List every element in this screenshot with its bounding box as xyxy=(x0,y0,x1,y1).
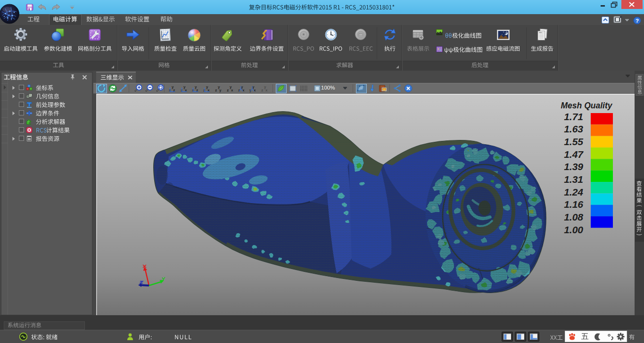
svg-text:y: y xyxy=(241,85,243,89)
svg-text:z y: z y xyxy=(215,89,222,92)
svg-text:z x: z x xyxy=(261,89,268,92)
svg-text:1.00: 1.00 xyxy=(564,224,583,235)
svg-text:y: y xyxy=(172,85,174,89)
svg-text:?: ? xyxy=(636,18,639,24)
svg-text:y: y xyxy=(206,85,208,89)
svg-text:1.16: 1.16 xyxy=(564,199,583,210)
svg-text:y: y xyxy=(195,85,197,89)
svg-text:1.08: 1.08 xyxy=(564,212,583,222)
svg-text:1.55: 1.55 xyxy=(564,136,583,147)
svg-text:1.24: 1.24 xyxy=(564,187,583,197)
svg-text:y: y xyxy=(218,85,220,89)
svg-text:1.63: 1.63 xyxy=(564,123,583,134)
svg-text:y: y xyxy=(230,85,232,89)
svg-text:1.39: 1.39 xyxy=(564,161,583,172)
svg-text:y: y xyxy=(252,85,255,89)
svg-text:y: y xyxy=(183,85,186,89)
svg-text:1.71: 1.71 xyxy=(564,111,583,122)
svg-text:1.31: 1.31 xyxy=(564,174,583,185)
svg-text:1.47: 1.47 xyxy=(564,149,584,160)
svg-text:Mesh Quality: Mesh Quality xyxy=(561,101,613,110)
svg-text:z x: z x xyxy=(227,89,233,92)
svg-text:y: y xyxy=(264,85,266,89)
